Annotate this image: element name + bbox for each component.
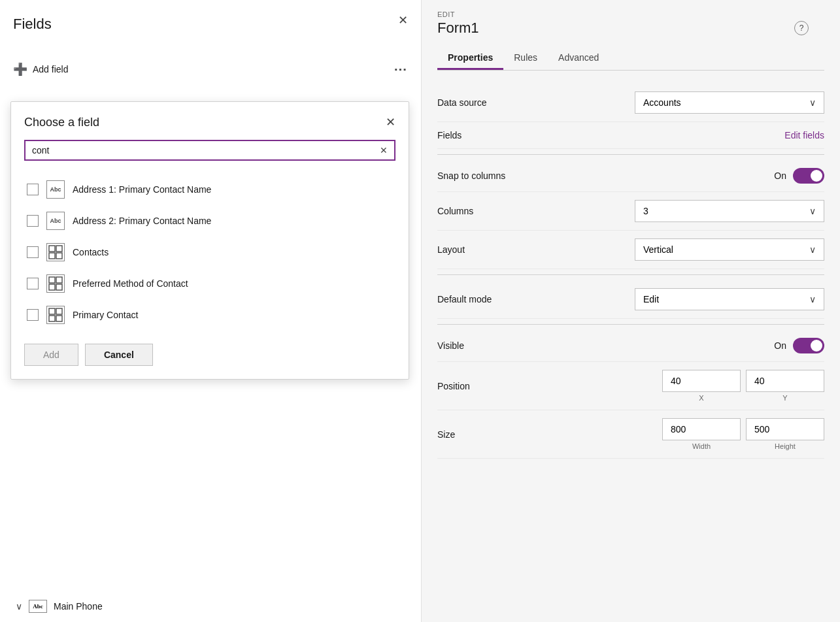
snap-to-columns-toggle-group: On [774, 168, 824, 184]
chevron-down-icon: ∨ [16, 601, 22, 612]
size-width-wrap: Width [662, 418, 741, 450]
modal-footer: Add Cancel [24, 344, 395, 366]
tab-advanced[interactable]: Advanced [548, 47, 609, 70]
panel-title: Fields [13, 16, 52, 33]
modal-title: Choose a field [24, 116, 99, 129]
modal-close-button[interactable]: ✕ [386, 115, 395, 129]
svg-rect-8 [49, 308, 55, 314]
field-checkbox-1[interactable] [27, 184, 39, 195]
default-mode-dropdown[interactable]: Edit ∨ [635, 288, 824, 310]
field-checkbox-3[interactable] [27, 246, 39, 258]
svg-rect-9 [56, 308, 62, 314]
tabs-row: Properties Rules Advanced [437, 47, 824, 71]
section-divider-1 [437, 154, 824, 155]
position-row: Position X Y [437, 362, 824, 410]
field-checkbox-5[interactable] [27, 309, 39, 321]
field-label-1: Address 1: Primary Contact Name [73, 184, 211, 195]
data-source-label: Data source [437, 97, 516, 108]
list-item[interactable]: Preferred Method of Contact [24, 268, 395, 299]
cancel-button[interactable]: Cancel [85, 344, 153, 366]
field-label-2: Address 2: Primary Contact Name [73, 216, 211, 226]
bottom-row: ∨ Abc Main Phone [13, 591, 105, 622]
svg-rect-4 [49, 277, 55, 283]
list-item[interactable]: Abc Address 2: Primary Contact Name [24, 205, 395, 237]
more-options-button[interactable]: ⋯ [394, 61, 408, 77]
modal-header: Choose a field ✕ [24, 115, 395, 129]
search-clear-button[interactable]: ✕ [380, 145, 388, 156]
edit-label: EDIT [437, 10, 824, 18]
tab-properties[interactable]: Properties [437, 47, 503, 70]
svg-rect-7 [56, 284, 62, 290]
columns-row: Columns 3 ∨ [437, 192, 824, 231]
size-height-input[interactable] [746, 418, 824, 440]
right-panel: EDIT Form1 ? Properties Rules Advanced D… [422, 0, 840, 622]
fields-row: Fields Edit fields [437, 122, 824, 149]
svg-rect-11 [56, 316, 62, 321]
panel-close-button[interactable]: ✕ [398, 13, 408, 27]
layout-dropdown[interactable]: Vertical ∨ [635, 238, 824, 261]
right-panel-inner: EDIT Form1 ? Properties Rules Advanced D… [437, 10, 824, 459]
size-label: Size [437, 429, 516, 440]
svg-rect-6 [49, 284, 55, 290]
list-item[interactable]: Abc Address 1: Primary Contact Name [24, 174, 395, 205]
lookup-type-icon-4 [46, 274, 65, 293]
edit-fields-link[interactable]: Edit fields [784, 130, 824, 140]
size-inputs: Width Height [662, 418, 824, 450]
position-y-input[interactable] [746, 370, 824, 392]
section-divider-2 [437, 274, 824, 275]
data-source-row: Data source Accounts ∨ [437, 84, 824, 122]
visible-toggle-group: On [774, 338, 824, 353]
list-item[interactable]: Primary Contact [24, 299, 395, 331]
visible-toggle[interactable] [793, 338, 824, 353]
help-icon[interactable]: ? [794, 21, 809, 35]
svg-rect-5 [56, 277, 62, 283]
add-button[interactable]: Add [24, 344, 78, 366]
choose-field-modal: Choose a field ✕ ✕ Abc Address 1: Primar… [10, 101, 409, 380]
text-type-icon: Abc [46, 180, 65, 199]
position-y-wrap: Y [746, 370, 824, 402]
field-label-5: Primary Contact [73, 310, 138, 320]
svg-rect-3 [56, 253, 62, 259]
data-source-value: Accounts [643, 97, 681, 108]
position-x-input[interactable] [662, 370, 741, 392]
list-item[interactable]: Contacts [24, 237, 395, 268]
field-checkbox-2[interactable] [27, 215, 39, 227]
search-box: ✕ [24, 140, 395, 161]
add-field-button[interactable]: ➕ Add field [13, 62, 68, 76]
field-label-3: Contacts [73, 247, 109, 257]
snap-to-columns-value: On [774, 171, 786, 181]
position-y-label: Y [782, 394, 787, 402]
svg-rect-2 [49, 253, 55, 259]
field-label-4: Preferred Method of Contact [73, 278, 188, 289]
size-width-label: Width [692, 442, 711, 450]
columns-dropdown[interactable]: 3 ∨ [635, 200, 824, 222]
search-input[interactable] [32, 145, 380, 156]
field-list: Abc Address 1: Primary Contact Name Abc … [24, 174, 395, 331]
columns-label: Columns [437, 206, 516, 216]
form-name: Form1 [437, 20, 824, 37]
size-height-label: Height [775, 442, 796, 450]
dropdown-arrow-icon: ∨ [809, 97, 816, 108]
field-checkbox-4[interactable] [27, 278, 39, 289]
tab-rules[interactable]: Rules [503, 47, 548, 70]
visible-toggle-knob [811, 340, 822, 352]
position-x-label: X [699, 394, 703, 402]
layout-dropdown-arrow-icon: ∨ [809, 244, 816, 255]
layout-row: Layout Vertical ∨ [437, 231, 824, 269]
default-mode-value: Edit [643, 294, 659, 304]
toggle-knob [811, 170, 822, 182]
data-source-dropdown[interactable]: Accounts ∨ [635, 91, 824, 114]
size-width-input[interactable] [662, 418, 741, 440]
fields-label: Fields [437, 130, 516, 140]
columns-value: 3 [643, 206, 648, 216]
snap-to-columns-toggle[interactable] [793, 168, 824, 184]
default-mode-label: Default mode [437, 294, 516, 304]
svg-rect-10 [49, 316, 55, 321]
left-panel: Fields ✕ ➕ Add field ⋯ Choose a field ✕ … [0, 0, 422, 622]
lookup-type-icon-3 [46, 243, 65, 261]
snap-to-columns-row: Snap to columns On [437, 160, 824, 192]
svg-rect-1 [56, 246, 62, 252]
add-field-label: Add field [33, 64, 68, 74]
layout-label: Layout [437, 244, 516, 255]
text-type-icon-2: Abc [46, 212, 65, 230]
